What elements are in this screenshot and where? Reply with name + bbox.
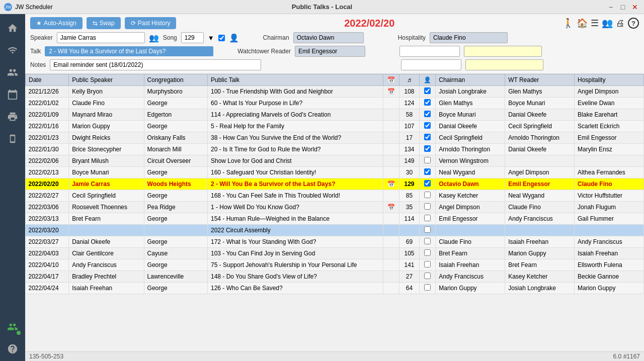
group-icon[interactable]: 👥	[602, 18, 613, 29]
song-input[interactable]	[181, 32, 204, 43]
table-row[interactable]: 2022/02/27 Cecil Springfield George 168 …	[26, 190, 644, 202]
house-icon[interactable]: 🏠	[577, 18, 588, 29]
row-check[interactable]	[420, 155, 436, 167]
minimize-button[interactable]: −	[606, 2, 616, 12]
table-row[interactable]: 2022/01/02 Claude Fino George 60 - What …	[26, 98, 644, 109]
row-check[interactable]	[420, 86, 436, 98]
hospitality-label: Hospitality	[398, 34, 426, 41]
row-check[interactable]	[420, 98, 436, 109]
table-row[interactable]: 2021/12/26 Kelly Bryon Murphysboro 100 -…	[26, 86, 644, 98]
row-chairman: Angel Dimpson	[436, 202, 505, 213]
auto-assign-button[interactable]: ★ Auto-Assign	[30, 17, 83, 29]
row-check[interactable]	[420, 178, 436, 190]
help-circle-icon[interactable]: ?	[628, 18, 639, 29]
table-row[interactable]: 2022/03/27 Danial Okeefe George 172 - Wh…	[26, 236, 644, 248]
close-button[interactable]: ✕	[630, 2, 640, 12]
row-check[interactable]	[420, 283, 436, 294]
past-history-button[interactable]: ⟳ Past History	[125, 17, 177, 29]
table-row[interactable]: 2022/01/30 Brice Stonecypher Monarch Mil…	[26, 144, 644, 155]
person-walk-icon[interactable]: 🚶	[562, 18, 574, 29]
hosp-extra-input[interactable]	[464, 46, 542, 57]
window-title: Public Talks - Local	[292, 3, 352, 11]
settings-icon[interactable]: ☰	[591, 18, 599, 29]
row-hospitality: Eveline Dwan	[575, 98, 644, 109]
row-check[interactable]	[420, 248, 436, 259]
sidebar-item-print[interactable]	[3, 107, 23, 127]
version-text: 135-505-253	[29, 353, 63, 360]
col-wt-reader: WT Reader	[505, 74, 575, 86]
maximize-button[interactable]: □	[618, 2, 628, 12]
sidebar-item-calendar[interactable]	[3, 84, 23, 105]
notes-input[interactable]	[50, 59, 261, 70]
row-wt-reader: Bret Fearn	[505, 259, 575, 271]
notes-extra2[interactable]	[465, 59, 543, 70]
row-check[interactable]	[420, 167, 436, 178]
row-check[interactable]	[420, 213, 436, 225]
schedule-table: Date Public Speaker Congregation Public …	[25, 74, 644, 294]
speaker-input[interactable]	[57, 32, 145, 43]
row-check[interactable]	[420, 121, 436, 132]
row-check[interactable]	[420, 144, 436, 155]
wt-reader-input[interactable]	[295, 46, 365, 57]
swap-button[interactable]: ⇆ Swap	[87, 17, 121, 29]
table-row[interactable]: 2022/04/17 Bradley Prechtel Lawrencevill…	[26, 271, 644, 283]
person-add-icon[interactable]: 👥	[149, 33, 159, 43]
talk-input[interactable]	[45, 46, 213, 56]
row-wt-reader	[505, 155, 575, 167]
row-date: 2022/02/27	[26, 190, 69, 202]
header-action-icons: 🚶 🏠 ☰ 👥 🖨 ?	[562, 18, 639, 29]
row-check[interactable]	[420, 259, 436, 271]
row-check[interactable]	[420, 190, 436, 202]
chairman-input[interactable]	[293, 32, 364, 43]
song-checkbox[interactable]	[218, 35, 225, 41]
table-row[interactable]: 2022/03/13 Bret Fearn George 154 - Human…	[26, 213, 644, 225]
row-check[interactable]	[420, 225, 436, 236]
row-congregation: Edgerton	[144, 109, 207, 121]
row-speaker: Danial Okeefe	[69, 236, 144, 248]
hospitality-input[interactable]	[430, 32, 508, 43]
sidebar-item-wifi[interactable]	[3, 40, 23, 60]
row-speaker: Brice Stonecypher	[69, 144, 144, 155]
table-row[interactable]: 2022/01/09 Maynard Mirao Edgerton 114 - …	[26, 109, 644, 121]
selected-date: 2022/02/20	[180, 18, 558, 29]
table-row[interactable]: 2022/04/24 Isaiah Freehan George 126 - W…	[26, 283, 644, 294]
row-check[interactable]	[420, 109, 436, 121]
notes-extra1[interactable]	[401, 59, 461, 70]
row-check[interactable]	[420, 271, 436, 283]
row-cal	[383, 155, 399, 167]
table-row[interactable]: 2022/01/23 Dwight Reicks Oriskany Falls …	[26, 132, 644, 144]
table-row[interactable]: 2022/04/03 Clair Gentilcore Cayuse 103 -…	[26, 248, 644, 259]
row-check[interactable]	[420, 132, 436, 144]
table-row[interactable]: 2022/02/20 Jamie Carras Woods Heights 2 …	[26, 178, 644, 190]
row-speaker: Roosevelt Thoennes	[69, 202, 144, 213]
song-num: 149	[399, 155, 419, 167]
content-area: ★ Auto-Assign ⇆ Swap ⟳ Past History 2022…	[25, 14, 644, 361]
row-chairman: Neal Wygand	[436, 167, 505, 178]
sidebar-item-home[interactable]	[3, 18, 23, 38]
row-hospitality: Emil Engessor	[575, 132, 644, 144]
sidebar-item-help[interactable]	[3, 339, 23, 359]
table-row[interactable]: 2022/02/13 Boyce Munari George 160 - Saf…	[26, 167, 644, 178]
titlebar: JW JW Scheduler Public Talks - Local − □…	[0, 0, 644, 14]
row-congregation: Woods Heights	[144, 178, 207, 190]
wt-extra-input1[interactable]	[399, 46, 460, 57]
table-row[interactable]: 2022/01/16 Marion Guppy George 5 - Real …	[26, 121, 644, 132]
table-row[interactable]: 2022/02/06 Bryant Milush Circuit Oversee…	[26, 155, 644, 167]
row-congregation: George	[144, 283, 207, 294]
row-hospitality: Scarlett Eckrich	[575, 121, 644, 132]
table-row[interactable]: 2022/04/10 Andy Franciscus George 75 - S…	[26, 259, 644, 271]
row-check[interactable]	[420, 236, 436, 248]
sidebar-item-check[interactable]	[3, 317, 23, 337]
table-row[interactable]: 2022/03/06 Roosevelt Thoennes Pea Ridge …	[26, 202, 644, 213]
table-row[interactable]: 2022/03/20 2022 Circuit Assembly	[26, 225, 644, 236]
sidebar-item-people[interactable]	[3, 62, 23, 82]
row-cal	[383, 109, 399, 121]
schedule-table-container: Date Public Speaker Congregation Public …	[25, 74, 644, 351]
row-congregation: Pea Ridge	[144, 202, 207, 213]
sidebar-item-mobile[interactable]	[3, 129, 23, 149]
row-hospitality: Isaiah Freehan	[575, 248, 644, 259]
row-cal	[383, 236, 399, 248]
row-check[interactable]	[420, 202, 436, 213]
row-date: 2022/01/23	[26, 132, 69, 144]
print-icon[interactable]: 🖨	[616, 18, 625, 29]
